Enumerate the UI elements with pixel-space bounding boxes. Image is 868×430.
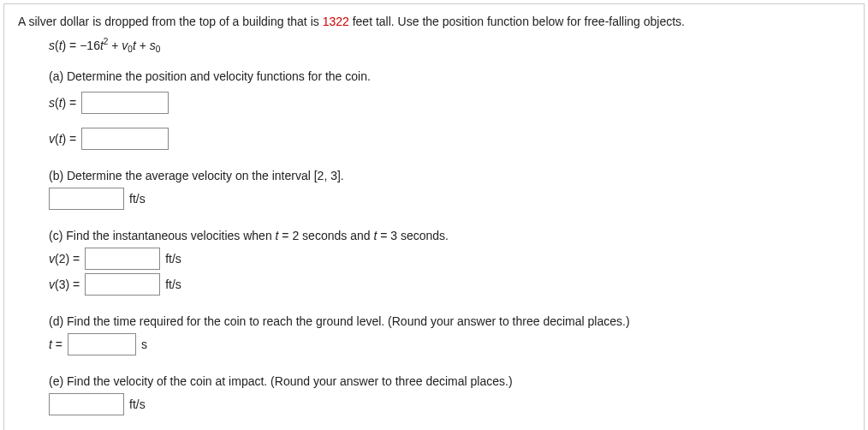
part-a-v-row: v(t) = bbox=[49, 128, 850, 150]
v3-input[interactable] bbox=[85, 273, 160, 296]
part-e-unit: ft/s bbox=[129, 397, 146, 411]
impact-velocity-input[interactable] bbox=[49, 393, 124, 415]
v2-input[interactable] bbox=[85, 248, 160, 270]
t-label: t = bbox=[49, 337, 62, 351]
intro-text-suffix: feet tall. Use the position function bel… bbox=[349, 15, 685, 28]
problem-intro: A silver dollar is dropped from the top … bbox=[18, 15, 850, 28]
part-b-label: (b) Determine the average velocity on th… bbox=[49, 169, 850, 182]
v2-unit: ft/s bbox=[165, 252, 181, 266]
v-of-t-label: v(t) = bbox=[49, 132, 76, 146]
time-input[interactable] bbox=[68, 333, 136, 355]
part-a-s-row: s(t) = bbox=[49, 92, 850, 114]
s-of-t-label: s(t) = bbox=[49, 96, 76, 110]
part-d-unit: s bbox=[141, 337, 147, 351]
v-of-t-input[interactable] bbox=[81, 128, 169, 150]
s-of-t-input[interactable] bbox=[81, 92, 169, 114]
v3-unit: ft/s bbox=[165, 278, 181, 291]
part-b-row: ft/s bbox=[49, 188, 850, 210]
part-d-label: (d) Find the time required for the coin … bbox=[49, 314, 850, 328]
part-c-label: (c) Find the instantaneous velocities wh… bbox=[49, 229, 850, 242]
intro-text-prefix: A silver dollar is dropped from the top … bbox=[18, 15, 323, 28]
position-equation: s(t) = −16t2 + v0t + s0 bbox=[49, 37, 850, 54]
part-a-label: (a) Determine the position and velocity … bbox=[49, 69, 850, 83]
problem-container: A silver dollar is dropped from the top … bbox=[3, 3, 865, 430]
part-e-row: ft/s bbox=[49, 393, 850, 415]
part-c-v3-row: v(3) = ft/s bbox=[49, 273, 850, 296]
part-c-v2-row: v(2) = ft/s bbox=[49, 248, 850, 270]
avg-velocity-input[interactable] bbox=[49, 188, 124, 210]
part-e-label: (e) Find the velocity of the coin at imp… bbox=[49, 374, 850, 388]
height-value: 1322 bbox=[323, 15, 349, 28]
part-b-unit: ft/s bbox=[129, 192, 146, 206]
v2-label: v(2) = bbox=[49, 252, 80, 266]
part-d-row: t = s bbox=[49, 333, 850, 355]
v3-label: v(3) = bbox=[49, 278, 80, 291]
